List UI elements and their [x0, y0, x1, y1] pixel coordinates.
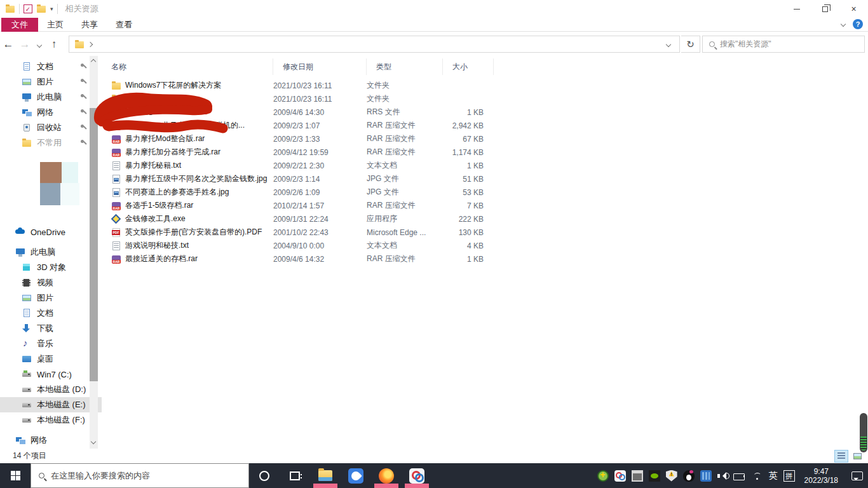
collapse-ribbon-icon[interactable] [841, 22, 846, 27]
minimize-button[interactable] [782, 0, 811, 18]
volume-icon[interactable] [717, 470, 728, 482]
battery-icon[interactable] [733, 470, 746, 482]
close-button[interactable]: × [839, 0, 868, 18]
file-row[interactable]: PDF英文版操作手册(官方安装盘自带的).PDF2001/10/2 22:43M… [102, 226, 868, 239]
taskbar-explorer-button[interactable] [310, 463, 341, 488]
sidebar-item-不常用[interactable]: 不常用 [0, 135, 102, 151]
back-button[interactable]: ← [0, 38, 17, 51]
tab-share[interactable]: 共享 [72, 18, 107, 32]
start-button[interactable] [0, 463, 31, 488]
taskbar-rings-app-button[interactable] [402, 463, 432, 488]
address-dropdown-icon[interactable] [666, 41, 671, 46]
sidebar-item-本地磁盘 (F:)[interactable]: 本地磁盘 (F:) [0, 412, 102, 428]
file-row[interactable]: RAR最接近通关的存档.rar2009/4/6 14:32RAR 压缩文件1 K… [102, 252, 868, 266]
new-folder-icon[interactable] [36, 4, 46, 14]
rings-icon[interactable] [614, 470, 626, 482]
sidebar-item-文档[interactable]: 文档 [0, 59, 102, 74]
file-row[interactable]: Windows7下花屏的解决方案2021/10/23 16:11文件夹 [102, 79, 868, 92]
file-row[interactable]: 金钱修改工具.exe2009/1/31 22:24应用程序222 KB [102, 212, 868, 226]
qat-dropdown-icon[interactable]: ▾ [50, 6, 53, 12]
sidebar-item-桌面[interactable]: 桌面 [0, 351, 102, 367]
penguin-icon[interactable] [683, 470, 695, 482]
tab-file[interactable]: 文件 [1, 18, 38, 32]
taskbar-search-input[interactable]: 在这里输入你要搜索的内容 [31, 463, 249, 488]
ime-language-indicator[interactable]: 英 [769, 470, 778, 482]
file-row[interactable]: 暴力摩托秘籍.txt2009/2/21 2:30文本文档1 KB [102, 159, 868, 172]
explorer-search-input[interactable]: 搜索"相关资源" [702, 36, 865, 53]
help-icon[interactable]: ? [853, 19, 863, 29]
file-name: Windows7下花屏的解决方案 [125, 80, 221, 91]
sidebar-item-此电脑[interactable]: 此电脑 [0, 90, 102, 105]
properties-checkbox-icon[interactable]: ✓ [24, 4, 32, 13]
folder-icon [74, 39, 85, 50]
scrollbar-thumb[interactable] [90, 108, 98, 381]
folder-icon[interactable] [5, 4, 15, 14]
column-header-type[interactable]: 类型 [367, 58, 443, 75]
nvidia-icon[interactable] [649, 470, 660, 482]
file-row[interactable]: 2021/10/23 16:11文件夹 [102, 92, 868, 105]
rar-icon: RAR [111, 201, 121, 211]
file-row[interactable]: 游戏说明和秘技.txt2004/9/10 0:00文本文档4 KB [102, 239, 868, 252]
sidebar-item-图片[interactable]: 图片 [0, 74, 102, 90]
task-view-button[interactable] [280, 463, 310, 488]
scroll-down-icon[interactable] [91, 439, 96, 444]
sidebar-item-下载[interactable]: 下载 [0, 321, 102, 336]
sidebar-item-3D 对象[interactable]: 3D 对象 [0, 260, 102, 275]
details-view-button[interactable] [834, 450, 848, 463]
forward-button[interactable]: → [17, 38, 33, 51]
cortana-button[interactable] [249, 463, 280, 488]
file-row[interactable]: RAR暴力摩托加分器终于完成.rar2009/4/12 19:59RAR 压缩文… [102, 146, 868, 159]
file-row[interactable]: 暴力摩托五级中不同名次之奖励金钱数.jpg2009/2/3 1:14JPG 文件… [102, 172, 868, 186]
file-row[interactable]: lps.RRS2009/4/6 14:30RRS 文件1 KB [102, 105, 868, 119]
sidebar-scrollbar[interactable] [90, 56, 98, 449]
sidebar-item-label: 此电脑 [37, 92, 62, 103]
sidebar-item-网络[interactable]: 网络 [0, 105, 102, 120]
column-header-date[interactable]: 修改日期 [273, 58, 367, 75]
address-bar[interactable] [69, 36, 680, 53]
taskbar-xunlei-button[interactable] [341, 463, 371, 488]
window-icon[interactable] [632, 470, 643, 482]
breadcrumb-chevron-icon[interactable] [88, 41, 93, 46]
file-row[interactable]: RAR共暴力摩托多人联机的...2009/2/3 1:07RAR 压缩文件2,9… [102, 119, 868, 132]
sidebar-item-Win7 (C:)[interactable]: Win7 (C:) [0, 367, 102, 382]
refresh-button[interactable]: ↻ [681, 36, 700, 53]
blue-app-icon[interactable] [700, 470, 712, 482]
file-type: RAR 压缩文件 [367, 147, 443, 158]
tab-view[interactable]: 查看 [107, 18, 141, 32]
action-center-icon[interactable] [851, 471, 863, 480]
sidebar-item-OneDrive[interactable]: OneDrive [0, 224, 102, 240]
scroll-up-icon[interactable] [91, 59, 96, 64]
network-icon [15, 435, 25, 445]
sidebar-item-视频[interactable]: 视频 [0, 275, 102, 290]
ime-mode-indicator[interactable]: 拼 [783, 470, 795, 482]
restore-button[interactable] [811, 0, 839, 18]
green-plus-icon[interactable] [597, 470, 609, 482]
column-header-size[interactable]: 大小 [443, 58, 494, 75]
file-name: 游戏说明和秘技.txt [125, 240, 189, 251]
file-row[interactable]: RAR暴力摩托Mod整合版.rar2009/2/3 1:33RAR 压缩文件67… [102, 132, 868, 146]
recent-locations-icon[interactable] [33, 40, 46, 49]
up-button[interactable]: ↑ [46, 38, 62, 51]
file-row[interactable]: 不同赛道上的参赛选手姓名.jpg2009/2/6 1:09JPG 文件53 KB [102, 186, 868, 199]
file-date: 2010/2/14 1:57 [273, 201, 367, 210]
taskbar-firefox-button[interactable] [371, 463, 402, 488]
rar-icon: RAR [111, 147, 121, 158]
file-type: 文本文档 [367, 240, 443, 251]
sidebar-item-网络[interactable]: 网络 [0, 433, 102, 448]
column-header-name[interactable]: 名称 [102, 58, 273, 75]
sidebar-item-回收站[interactable]: 回收站 [0, 120, 102, 135]
sidebar-item-音乐[interactable]: ♪音乐 [0, 336, 102, 351]
spacer [0, 151, 102, 224]
sidebar-item-本地磁盘 (D:)[interactable]: 本地磁盘 (D:) [0, 382, 102, 397]
shield-warning-icon[interactable] [666, 470, 677, 482]
sidebar-item-此电脑[interactable]: 此电脑 [0, 245, 102, 260]
file-row[interactable]: RAR各选手1-5级存档.rar2010/2/14 1:57RAR 压缩文件7 … [102, 199, 868, 212]
file-date: 2021/10/23 16:11 [273, 81, 367, 90]
sidebar-item-图片[interactable]: 图片 [0, 290, 102, 306]
taskbar-clock[interactable]: 9:47 2022/3/18 [801, 467, 842, 485]
tab-home[interactable]: 主页 [38, 18, 72, 32]
ribbon-tabs: 文件 主页 共享 查看 [0, 18, 868, 32]
sidebar-item-本地磁盘 (E:)[interactable]: 本地磁盘 (E:) [0, 397, 102, 412]
wifi-icon[interactable] [752, 470, 763, 482]
sidebar-item-文档[interactable]: 文档 [0, 306, 102, 321]
